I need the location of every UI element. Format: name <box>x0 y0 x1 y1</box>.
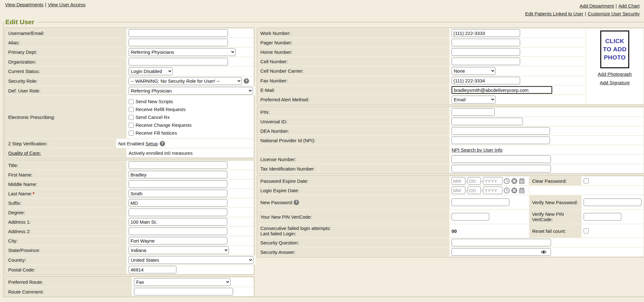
route-comment-input[interactable] <box>134 288 233 295</box>
receive-change-requests-checkbox[interactable] <box>129 123 134 128</box>
def-user-role-select[interactable]: Referring Physician <box>129 87 253 95</box>
npi-search-link[interactable]: NPI Search by User Info <box>452 147 502 153</box>
security-question-row: Security Question: <box>258 238 643 247</box>
edit-patients-linked-link[interactable]: Edit Patients Linked to User <box>525 11 583 16</box>
tax-id-label: Tax Identification Number: <box>258 164 449 173</box>
eprescribing-options: Send New Scripts Receive Refill Requests… <box>129 97 192 138</box>
password-expire-mm-input[interactable] <box>452 177 465 185</box>
def-user-role-label: Def. User Role: <box>6 86 126 95</box>
middle-name-input[interactable] <box>129 180 227 188</box>
send-new-scripts-option[interactable]: Send New Scripts <box>129 98 192 105</box>
username-input[interactable] <box>129 29 228 37</box>
add-signature-link[interactable]: Add Signature <box>600 80 630 85</box>
address2-input[interactable] <box>129 227 227 235</box>
tax-id-input[interactable] <box>452 165 551 172</box>
current-status-select[interactable]: Login Disabled <box>129 67 173 75</box>
clear-date-icon[interactable] <box>511 178 518 184</box>
username-row: Username/Email: <box>6 29 253 37</box>
login-expire-yyyy-input[interactable] <box>483 187 502 194</box>
send-cancel-rx-checkbox[interactable] <box>129 115 134 120</box>
first-name-row: First Name: <box>6 170 253 179</box>
degree-label: Degree: <box>6 208 126 217</box>
quality-of-care-row: Quality of Care: Actively enrolled in0 m… <box>6 148 253 157</box>
photo-panel: CLICK TO ADD PHOTO Add Photograph Add Si… <box>586 29 643 104</box>
preferred-route-select[interactable]: Fax <box>134 278 230 286</box>
cell-number-input[interactable] <box>452 58 520 65</box>
clear-date-icon[interactable] <box>511 187 518 194</box>
city-input[interactable] <box>129 237 227 244</box>
npi-input[interactable] <box>452 137 550 144</box>
view-departments-link[interactable]: View Departments <box>5 2 43 7</box>
primary-dept-select[interactable]: Referring Physicians <box>129 48 236 56</box>
time-icon[interactable] <box>503 178 510 184</box>
pager-number-row: Pager Number: <box>258 38 586 47</box>
cell-carrier-select[interactable]: None <box>452 67 496 75</box>
view-user-access-link[interactable]: View User Access <box>48 2 86 7</box>
license-number-input[interactable] <box>452 155 551 163</box>
address2-label: Address 2: <box>6 227 126 236</box>
suffix-label: Suffix: <box>6 199 126 207</box>
right-panel: Work Number: Pager Number: Home Number: … <box>257 28 644 259</box>
receive-fill-notices-checkbox[interactable] <box>129 131 134 136</box>
login-expire-mm-input[interactable] <box>452 187 465 194</box>
clear-password-checkbox[interactable] <box>584 178 589 183</box>
alert-method-select[interactable]: Email <box>452 96 496 103</box>
last-name-input[interactable] <box>129 190 227 197</box>
required-asterisk: * <box>33 191 35 196</box>
pin-vericode-input[interactable] <box>452 213 489 221</box>
alias-input[interactable] <box>129 39 228 46</box>
add-department-link[interactable]: Add Department <box>580 3 614 8</box>
send-new-scripts-checkbox[interactable] <box>129 99 134 104</box>
help-icon[interactable]: ? <box>160 141 165 146</box>
address1-input[interactable] <box>129 218 227 226</box>
country-select[interactable]: United States <box>129 256 253 264</box>
time-icon[interactable] <box>503 187 510 194</box>
organization-input[interactable] <box>129 58 228 65</box>
universal-id-input[interactable] <box>452 118 523 125</box>
login-expire-dd-input[interactable] <box>468 187 481 194</box>
pager-number-input[interactable] <box>452 39 520 46</box>
send-cancel-rx-option[interactable]: Send Cancel Rx <box>129 113 192 121</box>
security-answer-input[interactable] <box>452 248 551 256</box>
pin-input[interactable] <box>452 108 495 116</box>
home-number-input[interactable] <box>452 48 520 56</box>
verify-pin-vericode-input[interactable] <box>584 213 621 221</box>
dea-number-input[interactable] <box>452 127 550 135</box>
calendar-icon[interactable] <box>519 178 525 184</box>
verify-password-input[interactable] <box>584 199 641 206</box>
two-step-setup-link[interactable]: Setup <box>146 141 158 146</box>
new-password-input[interactable] <box>452 199 509 206</box>
title-input[interactable] <box>129 161 227 169</box>
receive-fill-notices-option[interactable]: Receive Fill Notices <box>129 129 192 137</box>
state-province-select[interactable]: Indiana <box>129 246 229 254</box>
postal-code-input[interactable] <box>129 266 176 273</box>
receive-refill-requests-checkbox[interactable] <box>129 107 134 112</box>
help-icon[interactable]: ? <box>294 200 299 205</box>
reset-fail-count-checkbox[interactable] <box>584 228 589 233</box>
fax-number-input[interactable] <box>452 77 520 84</box>
failed-attempts-row: Consecutive failed login attempts: Last … <box>258 224 643 238</box>
password-expire-yyyy-input[interactable] <box>483 177 502 185</box>
add-photo-placeholder[interactable]: CLICK TO ADD PHOTO <box>600 31 629 68</box>
state-province-label: State/Province: <box>6 246 126 255</box>
npi-label: National Provider Id (NPI): <box>258 136 449 145</box>
password-expire-dd-input[interactable] <box>468 177 481 185</box>
customize-user-security-link[interactable]: Customize User Security <box>588 11 640 16</box>
email-input[interactable] <box>452 86 552 94</box>
calendar-icon[interactable] <box>519 187 525 194</box>
security-question-input[interactable] <box>452 239 551 246</box>
help-icon[interactable]: ? <box>244 78 249 84</box>
work-number-input[interactable] <box>452 29 520 37</box>
receive-change-requests-option[interactable]: Receive Change Requests <box>129 121 192 129</box>
add-photograph-link[interactable]: Add Photograph <box>598 71 632 77</box>
security-role-select[interactable]: -- WARNING: No Security Role for User! -… <box>129 77 242 85</box>
degree-input[interactable] <box>129 209 227 216</box>
cell-carrier-row: Cell Number Carrier: None <box>258 66 586 76</box>
show-password-eye-icon[interactable] <box>541 249 547 255</box>
add-chart-link[interactable]: Add Chart <box>618 3 640 8</box>
suffix-input[interactable] <box>129 199 227 207</box>
work-number-label: Work Number: <box>258 29 449 37</box>
first-name-input[interactable] <box>129 171 227 178</box>
receive-refill-requests-option[interactable]: Receive Refill Requests <box>129 105 192 113</box>
quality-of-care-link[interactable]: Quality of Care: <box>8 150 41 156</box>
